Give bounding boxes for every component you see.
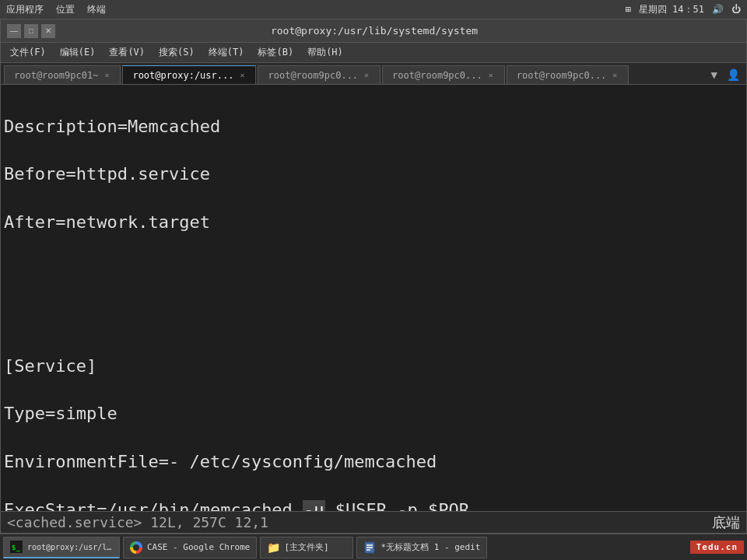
window-title: root@proxy:/usr/lib/systemd/system — [55, 25, 693, 37]
taskbar-gedit[interactable]: *无标题文档 1 - gedit — [356, 537, 487, 558]
menu-tabs[interactable]: 标签(B) — [251, 44, 300, 61]
volume-icon[interactable]: 🔊 — [712, 4, 724, 15]
tab-label-4: root@room9pc0... — [517, 70, 607, 81]
terminal-content[interactable]: Description=Memcached Before=httpd.servi… — [1, 85, 746, 511]
system-bar-left: 应用程序 位置 终端 — [6, 3, 106, 16]
close-button[interactable]: ✕ — [41, 24, 55, 38]
svg-text:$_: $_ — [12, 544, 20, 551]
tab-label-1: root@proxy:/usr... — [132, 70, 233, 81]
tabs-actions: ▼ 👤 — [708, 68, 743, 84]
line-empty-1 — [4, 259, 743, 283]
tabs-bar: root@room9pc01~ ✕ root@proxy:/usr... ✕ r… — [1, 63, 746, 85]
apps-menu[interactable]: 应用程序 — [6, 3, 44, 16]
places-menu[interactable]: 位置 — [56, 3, 75, 16]
new-tab-icon[interactable]: 👤 — [724, 68, 743, 81]
menu-search[interactable]: 搜索(S) — [153, 44, 201, 61]
tab-label-2: root@room9pc0... — [268, 70, 358, 81]
menu-file[interactable]: 文件(F) — [4, 44, 52, 61]
power-icon[interactable]: ⏻ — [731, 4, 741, 15]
tab-label-3: root@room9pc0... — [392, 70, 482, 81]
line-execstart: ExecStart=/usr/bin/memcached -u $USER -p… — [4, 499, 743, 511]
line-envfile: EnvironmentFile=- /etc/sysconfig/memcach… — [4, 450, 743, 474]
status-left: <cached.service> 12L, 257C 12,1 — [7, 514, 268, 530]
menu-edit[interactable]: 编辑(E) — [54, 44, 102, 61]
tab-2[interactable]: root@room9pc0... ✕ — [258, 65, 381, 84]
taskbar-files-label: [主文件夹] — [284, 541, 328, 553]
tab-4[interactable]: root@room9pc0... ✕ — [507, 65, 630, 84]
line-type: Type=simple — [4, 402, 743, 426]
terminal-menu[interactable]: 终端 — [87, 3, 106, 16]
tab-1[interactable]: root@proxy:/usr... ✕ — [122, 65, 256, 84]
tab-close-3[interactable]: ✕ — [487, 71, 495, 79]
taskbar-terminal[interactable]: $_ root@proxy:/usr/lib/systemd/sy... — [3, 537, 120, 558]
window-controls: — □ ✕ — [7, 24, 55, 38]
line-service: [Service] — [4, 355, 743, 379]
taskbar-chrome-label: CASE - Google Chrome — [147, 542, 250, 552]
files-taskbar-icon: 📁 — [267, 541, 279, 554]
terminal-taskbar-icon: $_ — [10, 541, 23, 553]
menu-bar: 文件(F) 编辑(E) 查看(V) 搜索(S) 终端(T) 标签(B) 帮助(H… — [1, 43, 746, 63]
line-before: Before=httpd.service — [4, 163, 743, 187]
line-empty-2 — [4, 306, 743, 331]
menu-view[interactable]: 查看(V) — [103, 44, 151, 61]
tab-close-2[interactable]: ✕ — [363, 71, 370, 79]
highlight-u: -u — [303, 500, 325, 511]
minimize-button[interactable]: — — [7, 24, 21, 38]
taskbar-terminal-label: root@proxy:/usr/lib/systemd/sy... — [27, 543, 113, 551]
tab-list-icon[interactable]: ▼ — [708, 68, 721, 81]
tab-label-0: root@room9pc01~ — [14, 70, 98, 81]
tab-close-0[interactable]: ✕ — [103, 71, 110, 79]
gedit-taskbar-icon — [363, 541, 376, 554]
menu-help[interactable]: 帮助(H) — [301, 44, 349, 61]
status-right: 底端 — [712, 513, 740, 532]
tab-close-1[interactable]: ✕ — [238, 71, 246, 79]
line-after: After=network.target — [4, 211, 743, 235]
taskbar-chrome[interactable]: CASE - Google Chrome — [123, 537, 257, 558]
terminal-window: — □ ✕ root@proxy:/usr/lib/systemd/system… — [0, 19, 747, 534]
status-bar: <cached.service> 12L, 257C 12,1 底端 — [1, 511, 746, 533]
taskbar-files[interactable]: 📁 [主文件夹] — [260, 537, 353, 558]
taskbar-brand: Tedu.cn — [690, 541, 744, 554]
maximize-button[interactable]: □ — [24, 24, 38, 38]
network-icon: ⊞ — [626, 4, 631, 15]
brand-text: Tedu.cn — [696, 542, 738, 552]
menu-terminal[interactable]: 终端(T) — [202, 44, 251, 61]
taskbar: $_ root@proxy:/usr/lib/systemd/sy... CAS… — [0, 534, 747, 560]
taskbar-gedit-label: *无标题文档 1 - gedit — [381, 541, 480, 553]
tab-close-4[interactable]: ✕ — [611, 71, 619, 79]
chrome-taskbar-icon — [130, 541, 142, 554]
system-bar-right: ⊞ 星期四 14：51 🔊 ⏻ — [626, 3, 741, 16]
title-bar: — □ ✕ root@proxy:/usr/lib/systemd/system — [1, 19, 746, 43]
tab-0[interactable]: root@room9pc01~ ✕ — [4, 65, 121, 84]
tab-3[interactable]: root@room9pc0... ✕ — [382, 65, 505, 84]
datetime: 星期四 14：51 — [639, 3, 704, 16]
system-bar: 应用程序 位置 终端 ⊞ 星期四 14：51 🔊 ⏻ — [0, 0, 747, 19]
line-description: Description=Memcached — [4, 115, 743, 139]
